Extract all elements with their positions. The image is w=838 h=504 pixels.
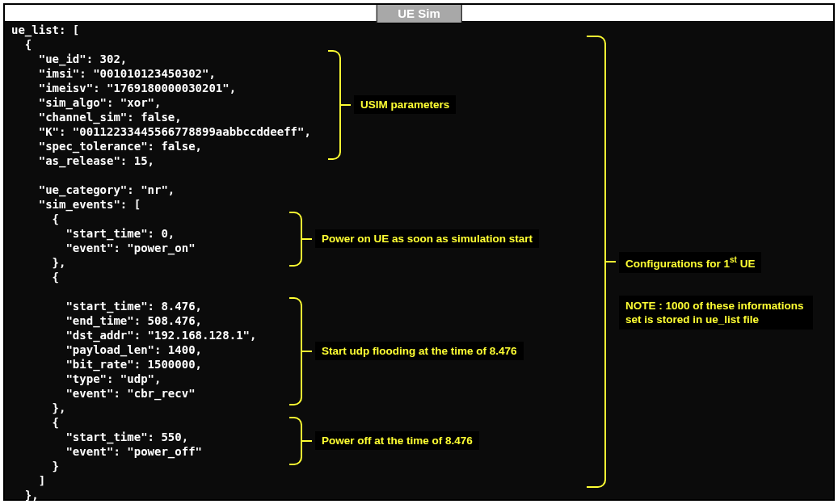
- bracket-udp: [289, 297, 302, 405]
- bracket-poweron: [289, 212, 302, 267]
- code-block: ue_list: [ { "ue_id": 302, "imsi": "0010…: [11, 23, 311, 502]
- annotation-config-super: st: [730, 255, 737, 264]
- diagram-frame: UE Sim ue_list: [ { "ue_id": 302, "imsi"…: [3, 3, 835, 501]
- bracket-config-tick: [606, 261, 616, 262]
- annotation-config-prefix: Configurations for 1: [625, 258, 730, 270]
- bracket-udp-tick: [302, 351, 312, 352]
- annotation-config-suffix: UE: [737, 258, 756, 270]
- annotation-config: Configurations for 1st UE: [619, 252, 761, 273]
- bracket-poweroff-tick: [302, 440, 312, 442]
- bracket-poweron-tick: [302, 238, 312, 240]
- bracket-config: [587, 36, 606, 488]
- bracket-usim: [328, 50, 341, 160]
- bracket-usim-tick: [341, 104, 351, 106]
- title-tab: UE Sim: [376, 5, 462, 23]
- annotation-poweron: Power on UE as soon as simulation start: [315, 229, 539, 248]
- annotation-poweroff: Power off at the time of 8.476: [315, 431, 479, 450]
- annotation-udp: Start udp flooding at the time of 8.476: [315, 342, 524, 360]
- annotation-note: NOTE : 1000 of these informations set is…: [619, 296, 813, 330]
- bracket-poweroff: [289, 417, 302, 465]
- annotation-usim: USIM parameters: [354, 95, 456, 114]
